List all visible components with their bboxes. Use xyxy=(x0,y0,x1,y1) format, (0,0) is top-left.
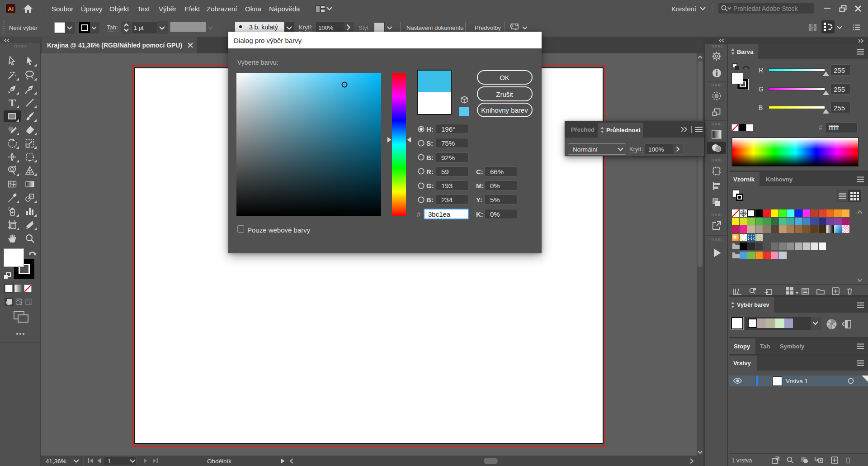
svg-text:T: T xyxy=(9,98,16,108)
